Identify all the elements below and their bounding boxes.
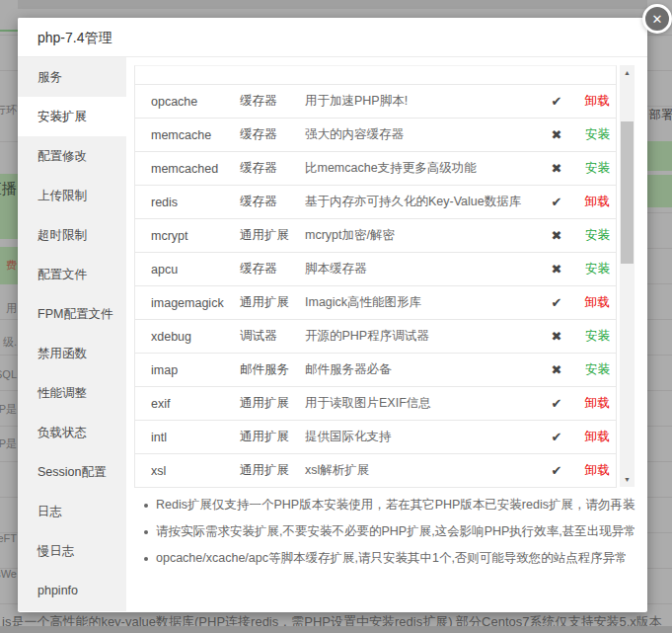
extension-row: imap 邮件服务 邮件服务器必备 ✖ 安装 xyxy=(135,354,616,387)
background-text-fragment: 行环 xyxy=(0,103,17,117)
not-installed-cross-icon: ✖ xyxy=(534,262,579,277)
sidebar-item-7[interactable]: 禁用函数 xyxy=(18,334,126,373)
extension-desc: 强大的内容缓存器 xyxy=(305,126,534,143)
sidebar-item-4[interactable]: 超时限制 xyxy=(18,215,126,255)
extension-row: apcu 缓存器 脚本缓存器 ✖ 安装 xyxy=(135,253,616,286)
extension-name: xdebug xyxy=(135,330,240,344)
extension-type: 通用扩展 xyxy=(240,395,305,412)
sidebar-item-8[interactable]: 性能调整 xyxy=(18,373,126,413)
extension-name: redis xyxy=(135,196,240,209)
extension-name: xsl xyxy=(135,464,240,478)
installed-check-icon: ✔ xyxy=(534,430,579,444)
sidebar-item-3[interactable]: 上传限制 xyxy=(18,176,126,215)
extension-type: 缓存器 xyxy=(240,160,305,177)
background-top-strip xyxy=(0,0,672,9)
scrolled-partial-row xyxy=(135,66,616,85)
extension-name: apcu xyxy=(135,263,240,277)
sidebar-item-5[interactable]: 配置文件 xyxy=(18,255,126,294)
background-green-line xyxy=(0,30,18,32)
uninstall-link-xsl[interactable]: 卸载 xyxy=(585,463,610,477)
sidebar-item-11[interactable]: 日志 xyxy=(18,492,126,531)
extension-desc: 用于加速PHP脚本! xyxy=(305,93,534,110)
extension-name: opcache xyxy=(135,95,240,109)
background-text-fragment: 直播 xyxy=(0,182,17,196)
extension-row: xsl 通用扩展 xsl解析扩展 ✔ 卸载 xyxy=(135,454,616,488)
extensions-table: opcache 缓存器 用于加速PHP脚本! ✔ 卸载 memcache 缓存器… xyxy=(134,65,617,488)
installed-check-icon: ✔ xyxy=(534,295,579,310)
extension-row: imagemagick 通用扩展 Imagick高性能图形库 ✔ 卸载 xyxy=(135,286,616,320)
extension-row: xdebug 调试器 开源的PHP程序调试器 ✖ 安装 xyxy=(135,320,616,354)
dialog-title: php-7.4管理 xyxy=(18,18,647,57)
extension-type: 邮件服务 xyxy=(240,361,305,378)
background-text-fragment: P是 xyxy=(0,436,17,450)
install-link-memcached[interactable]: 安装 xyxy=(585,161,610,175)
scroll-down-icon[interactable]: ▼ xyxy=(620,472,635,487)
close-icon[interactable]: ✕ xyxy=(642,4,672,34)
uninstall-link-imagemagick[interactable]: 卸载 xyxy=(585,295,610,309)
install-link-xdebug[interactable]: 安装 xyxy=(585,329,610,343)
extension-type: 通用扩展 xyxy=(240,227,305,244)
installed-check-icon: ✔ xyxy=(534,396,579,411)
extension-type: 缓存器 xyxy=(240,126,305,143)
extension-name: intl xyxy=(135,431,240,444)
sidebar-item-1[interactable]: 安装扩展 xyxy=(18,97,126,136)
extension-desc: 基于内存亦可持久化的Key-Value数据库 xyxy=(305,194,534,210)
extension-notes: Redis扩展仅支持一个PHP版本安装使用，若在其它PHP版本已安装redis扩… xyxy=(142,492,640,572)
scroll-up-icon[interactable]: ▲ xyxy=(620,65,635,80)
extension-type: 缓存器 xyxy=(240,194,305,210)
uninstall-link-opcache[interactable]: 卸载 xyxy=(585,94,610,108)
not-installed-cross-icon: ✖ xyxy=(534,329,579,344)
extension-name: exif xyxy=(135,397,240,411)
background-green-row xyxy=(647,175,672,207)
sidebar-item-6[interactable]: FPM配置文件 xyxy=(18,294,126,334)
extension-name: memcache xyxy=(135,128,240,142)
background-text-fragment: eFT xyxy=(0,531,17,545)
extension-row: memcache 缓存器 强大的内容缓存器 ✖ 安装 xyxy=(135,119,616,152)
extension-row: intl 通用扩展 提供国际化支持 ✔ 卸载 xyxy=(135,421,616,454)
scrollbar-thumb[interactable] xyxy=(621,121,634,264)
uninstall-link-intl[interactable]: 卸载 xyxy=(585,430,610,443)
bullet-icon xyxy=(144,557,148,561)
install-link-memcache[interactable]: 安装 xyxy=(585,127,610,141)
php-manage-dialog: ✕ php-7.4管理 服务安装扩展配置修改上传限制超时限制配置文件FPM配置文… xyxy=(18,18,647,612)
not-installed-cross-icon: ✖ xyxy=(534,161,579,176)
bullet-icon xyxy=(144,530,148,534)
sidebar-item-0[interactable]: 服务 xyxy=(18,57,126,97)
bullet-icon xyxy=(144,504,148,508)
extension-desc: 脚本缓存器 xyxy=(305,261,534,277)
uninstall-link-redis[interactable]: 卸载 xyxy=(585,195,610,208)
background-text-fragment: SQL xyxy=(0,367,17,381)
table-scrollbar[interactable]: ▲ ▼ xyxy=(620,65,635,487)
sidebar-item-2[interactable]: 配置修改 xyxy=(18,136,126,176)
extension-name: imap xyxy=(135,363,240,377)
dialog-sidebar: 服务安装扩展配置修改上传限制超时限制配置文件FPM配置文件禁用函数性能调整负载状… xyxy=(18,57,126,611)
background-text-fragment: 级. xyxy=(3,335,17,349)
background-text-fragment: 用 xyxy=(6,301,17,315)
extension-row: mcrypt 通用扩展 mcrypt加密/解密 ✖ 安装 xyxy=(135,219,616,253)
extension-name: memcached xyxy=(135,162,240,176)
sidebar-item-10[interactable]: Session配置 xyxy=(18,452,126,492)
background-text-fragment: P是 xyxy=(0,402,17,416)
extension-desc: 邮件服务器必备 xyxy=(305,361,534,378)
sidebar-item-13[interactable]: phpinfo xyxy=(18,571,126,610)
installed-check-icon: ✔ xyxy=(534,94,579,109)
note-item: Redis扩展仅支持一个PHP版本安装使用，若在其它PHP版本已安装redis扩… xyxy=(142,492,640,518)
install-link-imap[interactable]: 安装 xyxy=(585,362,610,376)
uninstall-link-exif[interactable]: 卸载 xyxy=(585,396,610,410)
extension-type: 通用扩展 xyxy=(240,294,305,311)
note-item: 请按实际需求安装扩展,不要安装不必要的PHP扩展,这会影响PHP执行效率,甚至出… xyxy=(142,518,640,545)
not-installed-cross-icon: ✖ xyxy=(534,127,579,142)
extension-desc: xsl解析扩展 xyxy=(305,462,534,479)
install-link-mcrypt[interactable]: 安装 xyxy=(585,228,610,242)
extension-desc: 比memcache支持更多高级功能 xyxy=(305,160,534,177)
background-right-strip: 部署 xyxy=(647,0,672,633)
install-link-apcu[interactable]: 安装 xyxy=(585,262,610,276)
sidebar-item-9[interactable]: 负载状态 xyxy=(18,413,126,452)
sidebar-item-12[interactable]: 慢日志 xyxy=(18,531,126,571)
background-left-strip: 行环直播费用级.SQLP是P是eFTsWe xyxy=(0,0,18,633)
extension-row: opcache 缓存器 用于加速PHP脚本! ✔ 卸载 xyxy=(135,85,616,119)
note-text: 请按实际需求安装扩展,不要安装不必要的PHP扩展,这会影响PHP执行效率,甚至出… xyxy=(156,523,636,540)
extension-desc: 用于读取图片EXIF信息 xyxy=(305,395,534,412)
not-installed-cross-icon: ✖ xyxy=(534,228,579,243)
extension-name: mcrypt xyxy=(135,229,240,243)
